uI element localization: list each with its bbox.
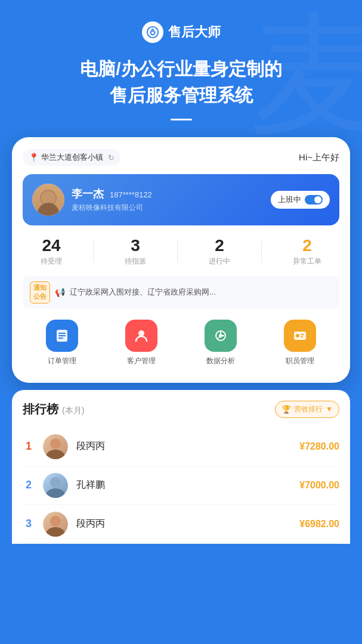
menu-label-staff: 职员管理 [286, 356, 314, 366]
stat-divider-2 [177, 241, 178, 262]
user-card: 李一杰 187****8122 麦秸映像科技有限公司 上班中 [23, 174, 339, 225]
ranking-filter-button[interactable]: 🏆 营收排行 ▼ [275, 401, 339, 418]
svg-rect-4 [58, 333, 66, 334]
location-icon: 📍 [29, 153, 39, 162]
ranking-subtitle: (本月) [62, 405, 84, 416]
customers-icon-wrap [125, 320, 157, 352]
svg-point-20 [46, 488, 65, 498]
menu-item-analytics[interactable]: 数据分析 [205, 320, 237, 366]
stat-label-3: 进行中 [209, 256, 230, 267]
header-section: 售后大师 电脑/办公行业量身定制的 售后服务管理系统 [0, 0, 362, 137]
ranking-header: 排行榜 (本月) 🏆 营收排行 ▼ [23, 401, 339, 418]
analytics-icon-wrap [205, 320, 237, 352]
svg-point-7 [138, 330, 144, 336]
user-details: 李一杰 187****8122 麦秸映像科技有限公司 [72, 187, 152, 213]
stat-num-3: 2 [209, 236, 230, 255]
rank-item-1[interactable]: 1 段丙丙 ¥7280.00 [23, 428, 339, 466]
orders-icon-wrap [46, 320, 78, 352]
svg-rect-15 [301, 334, 304, 335]
stat-pending-assign[interactable]: 3 待指派 [125, 236, 146, 267]
stat-label-4: 异常工单 [293, 256, 321, 267]
notice-row[interactable]: 通知 公告 📢 辽宁政采网入围对接、辽宁省政府采购网... [23, 276, 339, 309]
svg-point-22 [46, 527, 65, 537]
svg-rect-16 [301, 336, 303, 338]
stat-in-progress[interactable]: 2 进行中 [209, 236, 230, 267]
svg-point-14 [296, 334, 299, 338]
location-text: 华兰大道创客小镇 [41, 152, 103, 163]
menu-row: 订单管理 客户管理 数据分析 [23, 320, 339, 366]
rank-amount-2: ¥7000.00 [299, 480, 339, 491]
chevron-down-icon: ▼ [326, 405, 333, 413]
svg-rect-5 [58, 335, 66, 336]
rank-avatar-3 [43, 512, 68, 537]
user-company: 麦秸映像科技有限公司 [72, 203, 152, 213]
stat-abnormal[interactable]: 2 异常工单 [293, 236, 321, 267]
work-status-label: 上班中 [278, 194, 301, 205]
refresh-icon[interactable]: ↻ [108, 153, 115, 162]
location-row[interactable]: 📍 华兰大道创客小镇 ↻ [23, 149, 120, 166]
notice-badge: 通知 公告 [30, 281, 50, 304]
work-toggle[interactable] [305, 195, 323, 205]
stat-pending-receive[interactable]: 24 待受理 [41, 236, 62, 267]
rank-item-2[interactable]: 2 孔祥鹏 ¥7000.00 [23, 466, 339, 505]
svg-rect-6 [58, 338, 63, 339]
stats-row: 24 待受理 3 待指派 2 进行中 2 异常工单 [23, 236, 339, 267]
rank-avatar-1 [43, 434, 68, 459]
phone-card: 📍 华兰大道创客小镇 ↻ Hi~上午好 李一杰 187****8122 麦秸映像… [12, 137, 350, 383]
staff-icon-wrap [284, 320, 316, 352]
menu-item-customers[interactable]: 客户管理 [125, 320, 157, 366]
work-status-button[interactable]: 上班中 [271, 191, 330, 209]
menu-item-orders[interactable]: 订单管理 [46, 320, 78, 366]
rank-name-3: 段丙丙 [76, 518, 291, 530]
rank-number-2: 2 [23, 479, 35, 491]
stat-num-1: 24 [41, 236, 62, 255]
svg-point-17 [50, 438, 61, 449]
menu-item-staff[interactable]: 职员管理 [284, 320, 316, 366]
svg-point-2 [151, 32, 154, 35]
rank-amount-3: ¥6982.00 [299, 519, 339, 530]
user-info-left: 李一杰 187****8122 麦秸映像科技有限公司 [32, 184, 152, 216]
stat-label-2: 待指派 [125, 256, 146, 267]
stat-label-1: 待受理 [41, 256, 62, 267]
greeting-text: Hi~上午好 [299, 152, 339, 163]
rank-number-3: 3 [23, 518, 35, 530]
app-logo-icon [142, 21, 163, 43]
ranking-title-group: 排行榜 (本月) [23, 401, 84, 417]
card-top-row: 📍 华兰大道创客小镇 ↻ Hi~上午好 [23, 149, 339, 166]
menu-label-orders: 订单管理 [48, 356, 76, 366]
svg-point-21 [50, 516, 61, 527]
stat-divider-3 [261, 241, 262, 262]
stat-num-4: 2 [293, 236, 321, 255]
rank-item-3[interactable]: 3 段丙丙 ¥6982.00 [23, 505, 339, 544]
user-phone: 187****8122 [110, 190, 152, 199]
hero-text: 电脑/办公行业量身定制的 售后服务管理系统 [80, 56, 281, 108]
stat-num-2: 3 [125, 236, 146, 255]
app-logo-row: 售后大师 [142, 21, 221, 43]
notice-text: 辽宁政采网入围对接、辽宁省政府采购网... [70, 287, 216, 298]
divider [171, 119, 192, 120]
rank-name-2: 孔祥鹏 [76, 479, 291, 491]
menu-label-customers: 客户管理 [127, 356, 156, 366]
trophy-icon: 🏆 [281, 405, 291, 414]
speaker-icon: 📢 [55, 287, 65, 297]
rank-number-1: 1 [23, 440, 35, 453]
stat-divider-1 [93, 241, 94, 262]
menu-label-analytics: 数据分析 [206, 356, 235, 366]
svg-point-19 [50, 477, 61, 488]
rank-amount-1: ¥7280.00 [299, 441, 339, 452]
rank-avatar-2 [43, 473, 68, 498]
avatar [32, 184, 64, 216]
svg-point-18 [46, 450, 65, 459]
ranking-title: 排行榜 [23, 401, 58, 417]
ranking-filter-label: 营收排行 [294, 404, 323, 414]
app-title: 售后大师 [168, 23, 221, 41]
rank-name-1: 段丙丙 [76, 440, 291, 453]
ranking-section: 排行榜 (本月) 🏆 营收排行 ▼ 1 段丙丙 ¥7280.00 2 [12, 390, 350, 544]
user-name: 李一杰 [72, 187, 104, 201]
